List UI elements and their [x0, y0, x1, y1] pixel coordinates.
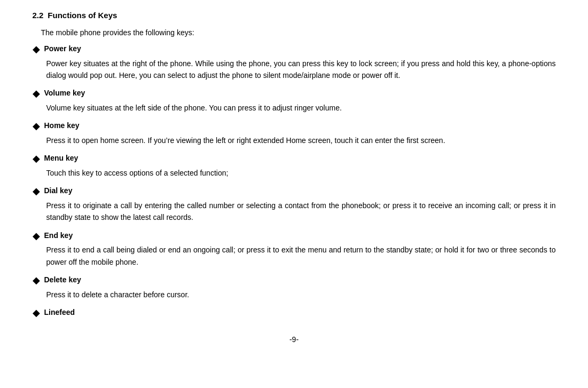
section-number: 2.2: [33, 11, 44, 20]
delete-key-description: Press it to delete a character before cu…: [46, 289, 556, 300]
dial-key-description: Press it to originate a call by entering…: [46, 200, 556, 224]
menu-key-bullet: ◆: [33, 153, 40, 165]
section-title: Functions of Keys: [48, 11, 117, 20]
power-key-bullet: ◆: [33, 44, 40, 56]
page-content: 2.2 Functions of Keys The mobile phone p…: [33, 11, 556, 344]
page-footer: -9-: [33, 335, 556, 344]
delete-key-item: ◆ Delete key Press it to delete a charac…: [33, 275, 556, 300]
power-key-description: Power key situates at the right of the p…: [46, 58, 556, 82]
home-key-title-row: ◆ Home key: [33, 121, 556, 132]
menu-key-title-row: ◆ Menu key: [33, 154, 556, 165]
linefeed-item: ◆ Linefeed: [33, 308, 556, 319]
dial-key-item: ◆ Dial key Press it to originate a call …: [33, 186, 556, 223]
power-key-item: ◆ Power key Power key situates at the ri…: [33, 44, 556, 81]
linefeed-bullet: ◆: [33, 307, 40, 319]
dial-key-bullet: ◆: [33, 186, 40, 197]
linefeed-title-row: ◆ Linefeed: [33, 308, 556, 319]
delete-key-title-row: ◆ Delete key: [33, 275, 556, 287]
menu-key-title: Menu key: [44, 154, 79, 162]
end-key-item: ◆ End key Press it to end a call being d…: [33, 231, 556, 268]
end-key-title: End key: [44, 231, 73, 240]
end-key-title-row: ◆ End key: [33, 231, 556, 242]
volume-key-title: Volume key: [44, 89, 85, 97]
dial-key-title: Dial key: [44, 186, 73, 195]
dial-key-title-row: ◆ Dial key: [33, 186, 556, 197]
end-key-description: Press it to end a call being dialed or e…: [46, 244, 556, 268]
delete-key-bullet: ◆: [33, 275, 40, 287]
home-key-item: ◆ Home key Press it to open home screen.…: [33, 121, 556, 146]
linefeed-title: Linefeed: [44, 308, 75, 316]
keys-list: ◆ Power key Power key situates at the ri…: [33, 44, 556, 319]
volume-key-item: ◆ Volume key Volume key situates at the …: [33, 89, 556, 114]
section-heading: 2.2 Functions of Keys: [33, 11, 556, 20]
menu-key-description: Touch this key to access options of a se…: [46, 167, 556, 179]
home-key-description: Press it to open home screen. If you’re …: [46, 134, 556, 146]
volume-key-bullet: ◆: [33, 88, 40, 100]
home-key-title: Home key: [44, 121, 80, 130]
power-key-title: Power key: [44, 44, 81, 53]
volume-key-title-row: ◆ Volume key: [33, 89, 556, 100]
intro-text: The mobile phone provides the following …: [41, 28, 556, 37]
end-key-bullet: ◆: [33, 231, 40, 242]
power-key-title-row: ◆ Power key: [33, 44, 556, 56]
home-key-bullet: ◆: [33, 121, 40, 132]
delete-key-title: Delete key: [44, 275, 81, 284]
volume-key-description: Volume key situates at the left side of …: [46, 102, 556, 114]
menu-key-item: ◆ Menu key Touch this key to access opti…: [33, 154, 556, 179]
